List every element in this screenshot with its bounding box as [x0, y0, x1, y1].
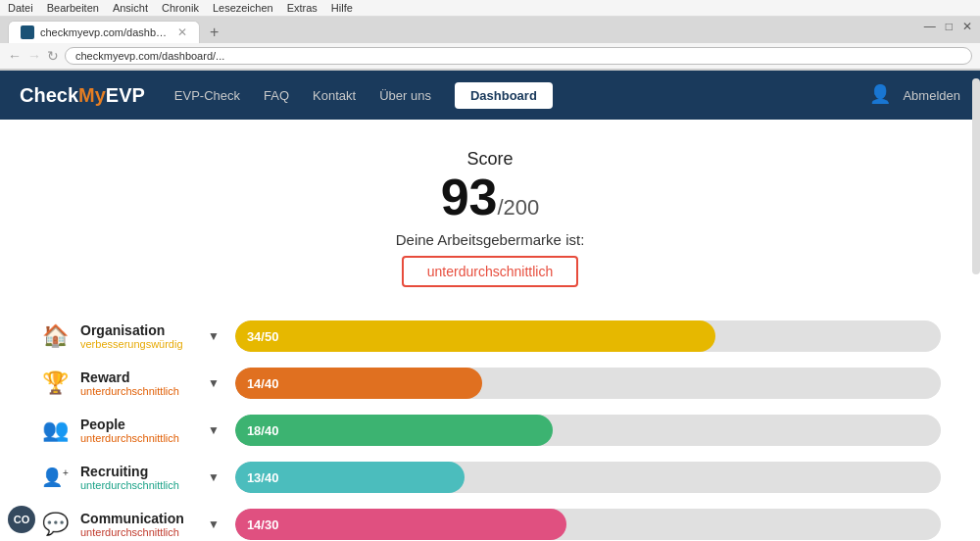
organisation-progress-bar: 34/50: [235, 320, 715, 352]
address-input[interactable]: checkmyevp.com/dashboard/...: [65, 47, 972, 65]
category-row-communication: 💬 Communication unterdurchschnittlich ▼ …: [39, 501, 941, 541]
logo: CheckMyEVP: [20, 84, 145, 107]
recruiting-icon: 👤+: [39, 467, 71, 488]
people-chevron[interactable]: ▼: [208, 423, 220, 437]
reward-name: Reward: [80, 369, 198, 385]
recruiting-name: Recruiting: [80, 464, 198, 479]
logo-check: Check: [20, 84, 78, 106]
recruiting-info: Recruiting unterdurchschnittlich: [80, 464, 198, 491]
tab-close-button[interactable]: ✕: [177, 25, 187, 39]
organisation-progress-container: 34/50: [235, 320, 941, 352]
communication-icon: 💬: [39, 512, 71, 537]
menu-extras[interactable]: Extras: [287, 2, 318, 14]
main-content: Score 93/200 Deine Arbeitsgebermarke ist…: [0, 120, 980, 541]
reward-status: unterdurchschnittlich: [80, 385, 198, 397]
scrollbar[interactable]: [972, 78, 980, 274]
reward-icon: 🏆: [39, 370, 71, 396]
recruiting-score-label: 13/40: [247, 470, 279, 485]
communication-progress-bar: 14/30: [235, 509, 566, 540]
communication-chevron[interactable]: ▼: [208, 517, 220, 531]
organisation-chevron[interactable]: ▼: [208, 329, 220, 343]
minimize-button[interactable]: —: [924, 20, 936, 33]
nav-evpcheck[interactable]: EVP-Check: [174, 88, 240, 103]
recruiting-chevron[interactable]: ▼: [208, 470, 220, 484]
reward-progress-bar: 14/40: [235, 368, 482, 399]
organisation-name: Organisation: [80, 322, 198, 338]
menu-bearbeiten[interactable]: Bearbeiten: [47, 2, 99, 14]
score-value: 93: [441, 169, 498, 225]
category-row-people: 👥 People unterdurchschnittlich ▼ 18/40: [39, 407, 941, 454]
maximize-button[interactable]: □: [946, 20, 953, 33]
organisation-status: verbesserungswürdig: [80, 338, 198, 350]
communication-status: unterdurchschnittlich: [80, 526, 198, 538]
browser-chrome: Datei Bearbeiten Ansicht Chronik Lesezei…: [0, 0, 980, 71]
communication-progress-container: 14/30: [235, 509, 941, 540]
people-progress-container: 18/40: [235, 415, 941, 446]
logo-evp: EVP: [106, 84, 145, 106]
reward-score-label: 14/40: [247, 376, 279, 391]
communication-name: Communication: [80, 511, 198, 526]
recruiting-progress-bar: 13/40: [235, 462, 465, 493]
address-bar: ← → ↻ checkmyevp.com/dashboard/...: [0, 43, 980, 70]
recruiting-progress-container: 13/40: [235, 462, 941, 493]
new-tab-button[interactable]: +: [204, 24, 224, 41]
logo-my: My: [78, 84, 106, 106]
communication-score-label: 14/30: [247, 517, 279, 532]
organisation-icon: 🏠: [39, 323, 71, 349]
navbar: CheckMyEVP EVP-Check FAQ Kontakt Über un…: [0, 71, 980, 120]
reload-button[interactable]: ↻: [47, 48, 59, 64]
people-name: People: [80, 417, 198, 432]
category-row-organisation: 🏠 Organisation verbesserungswürdig ▼ 34/…: [39, 313, 941, 360]
co-icon: CO: [8, 506, 35, 533]
nav-links: EVP-Check FAQ Kontakt Über uns Dashboard: [174, 82, 870, 109]
organisation-info: Organisation verbesserungswürdig: [80, 322, 198, 350]
reward-chevron[interactable]: ▼: [208, 376, 220, 390]
score-subtitle: Deine Arbeitsgebermarke ist:: [39, 231, 941, 248]
forward-button[interactable]: →: [27, 48, 41, 64]
recruiting-status: unterdurchschnittlich: [80, 479, 198, 491]
people-progress-bar: 18/40: [235, 415, 553, 446]
tab-bar: checkmyevp.com/dashboard... ✕ + — □ ✕: [0, 17, 980, 43]
communication-info: Communication unterdurchschnittlich: [80, 511, 198, 538]
organisation-score-label: 34/50: [247, 329, 279, 344]
score-title: Score: [39, 149, 941, 170]
app-container: CheckMyEVP EVP-Check FAQ Kontakt Über un…: [0, 71, 980, 541]
menu-hilfe[interactable]: Hilfe: [331, 2, 353, 14]
categories-list: 🏠 Organisation verbesserungswürdig ▼ 34/…: [39, 313, 941, 541]
menu-lesezeichen[interactable]: Lesezeichen: [213, 2, 273, 14]
nav-right: 👤 Abmelden: [869, 83, 960, 107]
nav-kontakt[interactable]: Kontakt: [313, 88, 356, 103]
score-section: Score 93/200 Deine Arbeitsgebermarke ist…: [39, 139, 941, 303]
people-score-label: 18/40: [247, 423, 279, 438]
nav-dashboard[interactable]: Dashboard: [455, 82, 553, 109]
menu-datei[interactable]: Datei: [8, 2, 33, 14]
people-status: unterdurchschnittlich: [80, 432, 198, 444]
people-info: People unterdurchschnittlich: [80, 417, 198, 444]
close-button[interactable]: ✕: [962, 20, 972, 33]
score-out-of: /200: [498, 195, 540, 220]
menu-chronik[interactable]: Chronik: [162, 2, 199, 14]
score-badge: unterdurchschnittlich: [402, 256, 578, 287]
logout-button[interactable]: Abmelden: [903, 88, 960, 103]
reward-info: Reward unterdurchschnittlich: [80, 369, 198, 397]
browser-tab[interactable]: checkmyevp.com/dashboard... ✕: [8, 21, 200, 43]
user-icon: 👤: [869, 83, 893, 107]
category-row-recruiting: 👤+ Recruiting unterdurchschnittlich ▼ 13…: [39, 454, 941, 501]
address-text: checkmyevp.com/dashboard/...: [75, 50, 224, 62]
nav-faq[interactable]: FAQ: [264, 88, 289, 103]
nav-ueber[interactable]: Über uns: [379, 88, 431, 103]
score-number: 93/200: [39, 170, 941, 225]
reward-progress-container: 14/40: [235, 368, 941, 399]
category-row-reward: 🏆 Reward unterdurchschnittlich ▼ 14/40: [39, 360, 941, 407]
window-controls: — □ ✕: [924, 20, 972, 33]
tab-favicon: [21, 25, 34, 39]
menu-ansicht[interactable]: Ansicht: [113, 2, 148, 14]
tab-label: checkmyevp.com/dashboard...: [40, 26, 168, 38]
people-icon: 👥: [39, 418, 71, 443]
back-button[interactable]: ←: [8, 48, 22, 64]
browser-menu-bar: Datei Bearbeiten Ansicht Chronik Lesezei…: [0, 0, 980, 17]
